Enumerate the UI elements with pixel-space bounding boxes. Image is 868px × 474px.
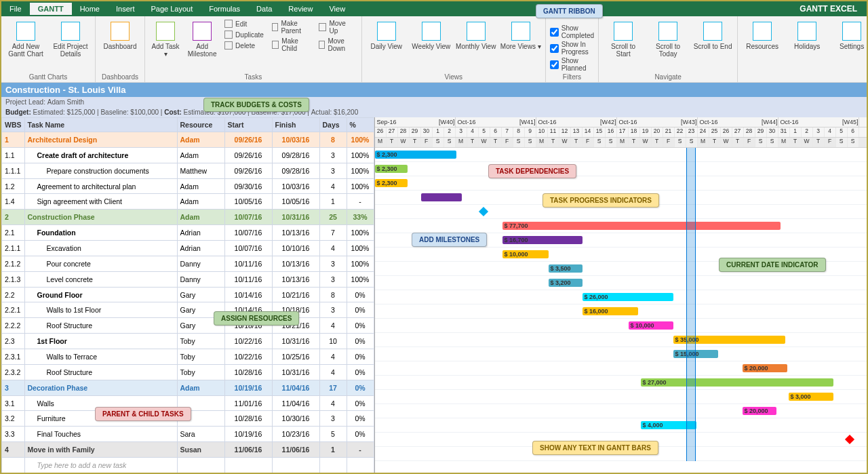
add-task-button[interactable]: Add Task ▾ (149, 19, 182, 72)
gantt-bar[interactable]: $ 16,000 (583, 307, 638, 315)
table-row[interactable]: 1.1.1Prepare construction documentsMatth… (2, 163, 374, 178)
table-row[interactable]: 2.2.1Walls to 1st FloorGary10/14/1610/18… (2, 302, 374, 318)
col-finish[interactable]: Finish (272, 118, 319, 132)
gantt-bar[interactable]: $ 3,000 (789, 393, 833, 401)
gantt-bar[interactable]: $ 15,000 (673, 350, 718, 358)
gantt-row[interactable]: $ 27,000 (375, 376, 867, 390)
gantt-row[interactable]: $ 2,300 (375, 176, 867, 191)
edit-project-button[interactable]: Edit Project Details (50, 19, 91, 72)
table-row[interactable]: 3Decoration PhaseAdam10/19/1611/04/16170… (2, 380, 374, 395)
gantt-row[interactable]: $ 15,000 (375, 347, 867, 361)
tab-data[interactable]: Data (248, 3, 280, 15)
settings-button[interactable]: Settings (831, 19, 868, 72)
gantt-bar[interactable]: $ 16,700 (502, 236, 583, 244)
table-row[interactable]: 2.1FoundationAdrian10/07/1610/13/167100% (2, 225, 374, 241)
day-header: 22 (675, 127, 686, 137)
scroll-start-button[interactable]: Scroll to Start (603, 19, 644, 72)
add-gantt-button[interactable]: Add New Gantt Chart (5, 19, 46, 72)
tab-formulas[interactable]: Formulas (201, 3, 248, 15)
table-row[interactable]: 3.3Final TouchesSara10/19/1610/23/1650% (2, 427, 374, 442)
move-up-button[interactable]: Move Up (317, 19, 357, 35)
table-row[interactable]: 1.2Agreement to architectural planAdam09… (2, 178, 374, 194)
tab-view[interactable]: View (321, 3, 353, 15)
gantt-row[interactable]: $ 26,000 (375, 290, 867, 304)
holidays-button[interactable]: Holidays (787, 19, 827, 72)
resources-button[interactable]: Resources (742, 19, 783, 72)
table-row[interactable]: 2.3.2Roof StructureToby10/28/1610/31/164… (2, 364, 374, 380)
month-header: Oct-16[W41] (456, 117, 536, 127)
table-row[interactable]: 2.1.2Pour concreteDanny10/11/1610/13/163… (2, 256, 374, 271)
weekly-view-button[interactable]: Weekly View (411, 19, 452, 72)
table-row[interactable]: 4Move in with FamilySusan11/06/1611/06/1… (2, 442, 374, 458)
monthly-view-button[interactable]: Monthly View (456, 19, 496, 72)
show-inprogress-check[interactable]: Show In Progress (550, 41, 594, 56)
gantt-panel[interactable]: Sep-16[W40]Oct-16[W41]Oct-16[W42]Oct-16[… (374, 117, 867, 473)
scroll-today-button[interactable]: Scroll to Today (648, 19, 688, 72)
show-planned-check[interactable]: Show Planned (550, 57, 594, 72)
gantt-row[interactable]: $ 4,000 (375, 418, 867, 433)
gantt-bar[interactable]: $ 10,000 (502, 250, 549, 258)
make-child-button[interactable]: Make Child (270, 37, 313, 53)
gantt-row[interactable]: $ 3,200 (375, 276, 867, 290)
gantt-row[interactable]: $ 2,300 (375, 148, 867, 162)
duplicate-task-button[interactable]: Duplicate (222, 30, 266, 39)
table-row[interactable]: 2.31st FloorToby10/22/1610/31/16100% (2, 334, 374, 349)
gantt-row[interactable]: $ 77,700 (375, 219, 867, 233)
gantt-bar[interactable]: $ 20,000 (743, 364, 787, 372)
gantt-bar[interactable]: $ 2,300 (375, 179, 408, 187)
dashboard-button[interactable]: Dashboard (100, 19, 140, 72)
col-days[interactable]: Days (319, 118, 347, 132)
table-row[interactable]: 1Architectural DesignAdam09/26/1610/03/1… (2, 132, 374, 148)
gantt-bar[interactable]: $ 3,500 (549, 264, 583, 273)
gantt-row[interactable]: $ 20,000 (375, 361, 867, 376)
gantt-bar[interactable]: $ 77,700 (502, 222, 781, 230)
scroll-end-button[interactable]: Scroll to End (692, 19, 733, 72)
table-row[interactable]: Type here to add a new task (2, 458, 374, 473)
move-down-button[interactable]: Move Down (317, 37, 357, 53)
gantt-bar[interactable]: $ 10,000 (629, 321, 673, 330)
table-row[interactable]: 2Construction PhaseAdam10/07/1610/31/162… (2, 210, 374, 225)
edit-task-button[interactable]: Edit (222, 19, 266, 28)
current-date-indicator (686, 148, 696, 461)
gantt-row[interactable]: $ 10,000 (375, 319, 867, 333)
milestone-diamond[interactable] (844, 435, 854, 444)
table-row[interactable]: 2.1.3Level concreteDanny10/11/1610/13/16… (2, 271, 374, 287)
gantt-bar[interactable]: $ 26,000 (583, 293, 673, 301)
gantt-bar[interactable]: $ 27,000 (641, 378, 833, 387)
col-task[interactable]: Task Name (24, 118, 177, 132)
tab-gantt[interactable]: GANTT (30, 3, 72, 15)
gantt-bar[interactable]: $ 20,000 (743, 407, 776, 415)
gantt-row[interactable]: $ 35,000 (375, 333, 867, 347)
gantt-row[interactable]: $ 20,000 (375, 404, 867, 418)
col-pct[interactable]: % (347, 118, 374, 132)
milestone-diamond[interactable] (478, 207, 488, 216)
gantt-bar[interactable] (421, 193, 462, 201)
col-wbs[interactable]: WBS (2, 118, 25, 132)
gantt-bar[interactable]: $ 2,300 (375, 165, 408, 173)
table-row[interactable]: 2.3.1Walls to TerraceToby10/22/1610/25/1… (2, 349, 374, 365)
gantt-row[interactable]: $ 2,300 (375, 162, 867, 176)
daily-view-button[interactable]: Daily View (366, 19, 407, 72)
make-parent-button[interactable]: Make Parent (270, 19, 313, 35)
tab-file[interactable]: File (1, 3, 30, 15)
tab-insert[interactable]: Insert (108, 3, 143, 15)
dow-header: W (479, 138, 490, 147)
add-milestone-button[interactable]: Add Milestone (186, 19, 218, 72)
table-row[interactable]: 2.2Ground FloorGary10/14/1610/21/1680% (2, 287, 374, 302)
table-row[interactable]: 1.4Sign agreement with ClientAdam10/05/1… (2, 194, 374, 210)
table-row[interactable]: 1.1Create draft of architectureAdam09/26… (2, 147, 374, 163)
delete-task-button[interactable]: Delete (222, 41, 266, 50)
more-views-button[interactable]: More Views ▾ (500, 19, 541, 72)
show-completed-check[interactable]: Show Completed (550, 24, 594, 39)
tab-home[interactable]: Home (72, 3, 108, 15)
gantt-row[interactable]: $ 16,000 (375, 304, 867, 319)
tab-review[interactable]: Review (280, 3, 321, 15)
gantt-bar[interactable]: $ 2,300 (375, 151, 456, 159)
tab-pagelayout[interactable]: Page Layout (142, 3, 201, 15)
gantt-bar[interactable]: $ 3,200 (549, 279, 583, 287)
table-row[interactable]: 2.1.1ExcavationAdrian10/07/1610/10/16410… (2, 241, 374, 256)
table-row[interactable]: 2.2.2Roof StructureGary10/18/1610/21/164… (2, 318, 374, 334)
col-start[interactable]: Start (224, 118, 272, 132)
gantt-row[interactable]: $ 3,000 (375, 390, 867, 404)
col-resource[interactable]: Resource (177, 118, 224, 132)
